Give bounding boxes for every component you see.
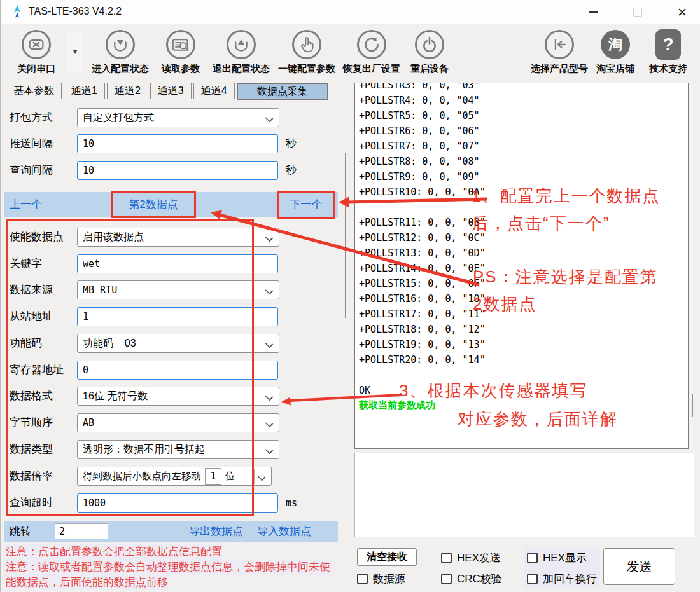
support-icon: ? [655, 29, 681, 60]
close-icon: ✕ [677, 6, 687, 18]
data-type-value: 透明形：数据不用引号括起 [83, 443, 205, 457]
terminal-scrollbar-track[interactable] [689, 83, 694, 448]
taobao-icon: 淘 [601, 30, 630, 59]
next-datapoint-button[interactable]: 下一个 [277, 192, 335, 217]
data-source-label: 数据来源 [10, 280, 53, 299]
enable-point-label: 使能数据点 [10, 228, 64, 247]
receive-terminal[interactable]: +POLLSTR3: 0, 0, "03" +POLLSTR4: 0, 0, "… [354, 83, 689, 449]
chevron-down-icon [265, 420, 274, 428]
toolbar-button-label: 读取参数 [162, 63, 200, 75]
packing-label: 打包方式 [10, 108, 53, 127]
hex-display-checkbox-row: HEX显示 [527, 551, 587, 565]
push-interval-input[interactable] [77, 134, 278, 153]
query-interval-label: 查询间隔 [10, 161, 53, 180]
terminal-output: +POLLSTR3: 0, 0, "03" +POLLSTR4: 0, 0, "… [355, 83, 688, 399]
hex-send-checkbox-row: HEX发送 [441, 551, 501, 565]
data-source-checkbox[interactable] [357, 574, 368, 584]
tab-basic-params[interactable]: 基本参数 [6, 83, 62, 99]
chevron-down-icon [265, 393, 274, 401]
query-timeout-input[interactable] [77, 493, 278, 513]
data-format-value: 16位 无符号数 [83, 390, 148, 403]
multiplier-select[interactable]: 得到数据后小数点向左移动 1 位 [77, 467, 272, 486]
current-datapoint-label[interactable]: 第2数据点 [111, 192, 196, 217]
exit-config-button[interactable]: 退出配置状态 [208, 27, 274, 81]
taobao-shop-button[interactable]: 淘 淘宝店铺 [590, 27, 641, 81]
crlf-checkbox[interactable] [527, 574, 538, 584]
tab-channel-4[interactable]: 通道4 [193, 83, 235, 99]
minimize-icon [589, 11, 598, 13]
slave-addr-label: 从站地址 [10, 307, 53, 326]
data-source-cb-label: 数据源 [373, 572, 405, 586]
chevron-down-icon [265, 114, 274, 123]
toolbar-button-label: 关闭串口 [17, 63, 55, 75]
data-format-select[interactable]: 16位 无符号数 [77, 387, 279, 406]
hex-display-checkbox[interactable] [527, 553, 538, 563]
toolbar-button-label: 进入配置状态 [92, 63, 149, 75]
maximize-button[interactable] [623, 0, 652, 24]
reg-addr-input[interactable] [77, 361, 278, 380]
tech-support-button[interactable]: ? 技术支持 [641, 27, 696, 81]
func-code-select[interactable]: 功能码 03 [77, 334, 279, 353]
close-serial-button[interactable]: 关闭串口 [7, 27, 66, 81]
one-key-config-icon [292, 30, 321, 59]
chevron-down-icon [265, 340, 274, 348]
reboot-device-button[interactable]: 重启设备 [404, 27, 455, 81]
byte-order-select[interactable]: AB [77, 413, 279, 432]
tab-channel-2[interactable]: 通道2 [107, 83, 148, 99]
factory-reset-button[interactable]: 恢复出厂设置 [339, 27, 404, 81]
keyword-label: 关键字 [10, 254, 42, 273]
packing-select[interactable]: 自定义打包方式 [77, 108, 279, 127]
tab-channel-3[interactable]: 通道3 [150, 83, 192, 99]
crc-checkbox[interactable] [441, 574, 452, 584]
factory-reset-icon [357, 30, 386, 59]
packing-value: 自定义打包方式 [83, 111, 154, 125]
data-source-select[interactable]: MB RTU [77, 280, 279, 299]
reboot-device-icon [415, 30, 444, 59]
multiplier-value: 1 [205, 468, 221, 485]
byte-order-label: 字节顺序 [10, 413, 53, 432]
close-button[interactable]: ✕ [668, 0, 697, 24]
query-interval-input[interactable] [77, 161, 278, 180]
query-timeout-label: 查询超时 [10, 493, 53, 513]
title-bar: TAS-LTE-363 V4.2.2 ✕ [1, 0, 700, 25]
clear-receive-button[interactable]: 清空接收 [357, 548, 417, 566]
one-key-config-button[interactable]: 一键配置参数 [274, 27, 339, 81]
serial-port-dropdown-button[interactable]: ▼ [67, 31, 83, 72]
enter-config-button[interactable]: 进入配置状态 [87, 27, 153, 81]
toolbar-button-label: 技术支持 [649, 63, 687, 75]
crc-checkbox-row: CRC校验 [441, 572, 502, 586]
chevron-down-icon [265, 446, 274, 455]
warning-notes: 注意：点击配置参数会把全部数据点信息配置 注意：读取或者配置参数会自动整理数据点… [4, 544, 342, 590]
note-line: 能数据点，后面使能的数据点前移 [4, 575, 169, 590]
send-button[interactable]: 发送 [603, 548, 675, 585]
jump-input[interactable] [55, 523, 108, 539]
data-type-select[interactable]: 透明形：数据不用引号括起 [77, 440, 279, 459]
hex-send-checkbox[interactable] [441, 553, 452, 563]
enable-point-select[interactable]: 启用该数据点 [77, 228, 279, 247]
chevron-down-icon [258, 473, 266, 481]
byte-order-value: AB [83, 417, 94, 429]
read-params-button[interactable]: 读取参数 [153, 27, 208, 81]
terminal-scrollbar-thumb[interactable] [692, 394, 693, 417]
import-datapoints-link[interactable]: 导入数据点 [257, 521, 311, 542]
app-logo-icon [11, 5, 24, 19]
minimize-button[interactable] [578, 0, 608, 24]
func-code-label: 功能码 [10, 334, 42, 353]
crlf-label: 加回车换行 [543, 572, 597, 586]
hex-display-label: HEX显示 [543, 551, 587, 565]
keyword-input[interactable] [77, 254, 278, 273]
tab-channel-1[interactable]: 通道1 [64, 83, 105, 99]
select-model-button[interactable]: 选择产品型号 [529, 27, 590, 81]
config-tabs: 基本参数 通道1 通道2 通道3 通道4 数据点采集 [6, 83, 328, 100]
multiplier-label: 数据倍率 [10, 467, 53, 486]
tab-datapoint-collect[interactable]: 数据点采集 [237, 83, 328, 100]
chevron-down-icon: ▼ [72, 48, 79, 55]
export-datapoints-link[interactable]: 导出数据点 [189, 521, 243, 542]
send-input-area[interactable] [354, 453, 694, 537]
toolbar-button-label: 一键配置参数 [278, 63, 335, 75]
crc-label: CRC校验 [457, 572, 502, 586]
prev-datapoint-button[interactable]: 上一个 [10, 192, 42, 217]
slave-addr-input[interactable] [77, 307, 278, 326]
middle-scrollbar[interactable] [345, 153, 346, 318]
data-type-label: 数据类型 [10, 440, 53, 459]
